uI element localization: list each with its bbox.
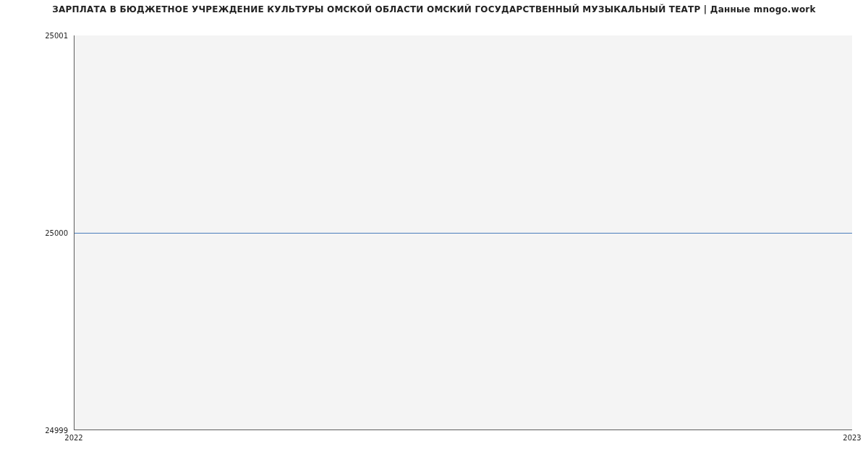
- data-line: [75, 233, 852, 234]
- chart-container: ЗАРПЛАТА В БЮДЖЕТНОЕ УЧРЕЖДЕНИЕ КУЛЬТУРЫ…: [0, 0, 868, 470]
- x-tick-label: 2023: [843, 434, 861, 442]
- x-tick-label: 2022: [64, 434, 82, 442]
- y-tick-label: 25000: [6, 229, 68, 237]
- plot-area: [74, 35, 852, 430]
- y-tick-label: 24999: [6, 427, 68, 435]
- y-tick-label: 25001: [6, 32, 68, 40]
- chart-title: ЗАРПЛАТА В БЮДЖЕТНОЕ УЧРЕЖДЕНИЕ КУЛЬТУРЫ…: [0, 4, 868, 14]
